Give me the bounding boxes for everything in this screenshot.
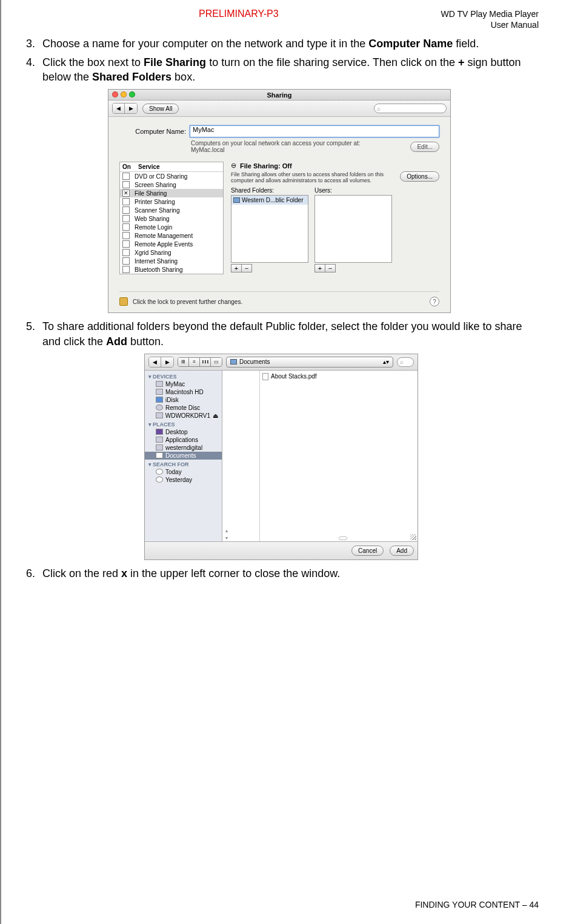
on-col-header: On	[122, 163, 138, 170]
list-view-button[interactable]: ≡	[189, 358, 200, 366]
sidebar-item-documents[interactable]: Documents	[145, 452, 222, 460]
show-all-button[interactable]: Show All	[142, 104, 179, 114]
service-row[interactable]: Screen Sharing	[120, 180, 223, 189]
clock-icon	[156, 477, 163, 483]
minimize-icon[interactable]	[121, 91, 127, 97]
forward-button[interactable]: ▶	[125, 104, 137, 113]
computer-name-input[interactable]: MyMac	[190, 125, 439, 137]
view-switcher: ⊞ ≡ ⫿⫿⫿ ▭	[178, 357, 222, 367]
search-input[interactable]: ⌕	[374, 104, 447, 113]
service-row[interactable]: Remote Login	[120, 223, 223, 231]
add-button[interactable]: Add	[390, 546, 414, 556]
sidebar-item[interactable]: MyMac	[145, 380, 222, 388]
help-icon[interactable]: ?	[430, 297, 439, 306]
lock-text: Click the lock to prevent further change…	[133, 299, 242, 305]
nav-buttons: ◀ ▶	[112, 103, 138, 114]
sidebar-item[interactable]: westerndigital	[145, 444, 222, 452]
zoom-icon[interactable]	[129, 91, 135, 97]
sidebar-item[interactable]: iDisk	[145, 396, 222, 404]
checkbox[interactable]	[122, 266, 130, 273]
checkbox[interactable]	[122, 257, 130, 265]
sidebar-item[interactable]: Macintosh HD	[145, 388, 222, 396]
add-folder-button[interactable]: +	[231, 264, 242, 272]
service-row[interactable]: Xgrid Sharing	[120, 248, 223, 257]
add-user-button[interactable]: +	[314, 264, 325, 272]
list-item[interactable]: About Stacks.pdf	[262, 373, 415, 380]
remove-folder-button[interactable]: −	[241, 264, 252, 272]
service-row[interactable]: Web Sharing	[120, 214, 223, 223]
step-6: 6. Click on the red x in the upper left …	[23, 566, 539, 581]
sidebar-item[interactable]: Remote Disc	[145, 404, 222, 412]
t: +	[458, 56, 465, 68]
service-row[interactable]: DVD or CD Sharing	[120, 172, 223, 180]
doc-title-line2: User Manual	[441, 19, 539, 30]
step-text: Click the box next to File Sharing to tu…	[42, 55, 539, 85]
t: Desktop	[165, 429, 188, 435]
applications-icon	[156, 437, 163, 443]
t: Documents	[165, 452, 196, 459]
service-row[interactable]: Remote Apple Events	[120, 240, 223, 248]
t: MyMac.local	[191, 147, 225, 153]
checkbox[interactable]	[122, 173, 130, 180]
back-button[interactable]: ◀	[113, 104, 125, 113]
dialog-buttons: Cancel Add	[145, 541, 418, 559]
finder-toolbar: ◀ ▶ ⊞ ≡ ⫿⫿⫿ ▭ Documents ▴▾ ⌕	[145, 354, 418, 371]
sidebar-item[interactable]: Today	[145, 468, 222, 476]
scroll-up-icon[interactable]: ▴	[222, 528, 231, 534]
service-row[interactable]: Printer Sharing	[120, 197, 223, 206]
sidebar-section-devices: ▾DEVICES	[145, 372, 222, 380]
drive-icon	[156, 412, 163, 418]
column-view-button[interactable]: ⫿⫿⫿	[200, 358, 211, 366]
shared-folders-list[interactable]: Western D...blic Folder	[231, 195, 308, 263]
checkbox[interactable]	[122, 215, 130, 222]
disclosure-icon[interactable]: ▾	[148, 461, 151, 467]
sidebar-item[interactable]: Applications	[145, 436, 222, 444]
remove-user-button[interactable]: −	[325, 264, 336, 272]
service-label: Remote Apple Events	[135, 241, 193, 248]
service-row[interactable]: Scanner Sharing	[120, 206, 223, 214]
t: Applications	[165, 437, 198, 443]
service-label: Bluetooth Sharing	[135, 266, 183, 273]
path-dropdown[interactable]: Documents ▴▾	[226, 357, 393, 368]
icon-view-button[interactable]: ⊞	[178, 358, 189, 366]
resize-handle-icon[interactable]	[410, 534, 416, 540]
checkbox[interactable]	[122, 240, 130, 248]
sidebar-item[interactable]: Yesterday	[145, 476, 222, 484]
checkbox[interactable]	[122, 232, 130, 239]
lock-icon[interactable]	[119, 297, 128, 306]
checkbox[interactable]	[122, 223, 130, 231]
scroll-down-icon[interactable]: ▾	[222, 535, 231, 541]
eject-icon[interactable]: ⏏	[213, 412, 218, 419]
checkbox[interactable]	[122, 198, 130, 205]
service-row[interactable]: Internet Sharing	[120, 257, 223, 265]
service-label: Internet Sharing	[135, 258, 178, 265]
disclosure-icon[interactable]: ▾	[148, 374, 151, 380]
file-sharing-status: File Sharing: Off	[240, 162, 292, 170]
options-button[interactable]: Options...	[400, 171, 439, 182]
cancel-button[interactable]: Cancel	[351, 546, 384, 556]
close-icon[interactable]	[112, 91, 118, 97]
list-item[interactable]: Western D...blic Folder	[231, 196, 308, 205]
sidebar-item[interactable]: WDWORKDRV1 ⏏	[145, 412, 222, 420]
edit-button[interactable]: Edit...	[410, 142, 439, 152]
service-label: Web Sharing	[135, 216, 170, 222]
users-list[interactable]	[314, 195, 392, 263]
checkbox[interactable]	[122, 181, 130, 188]
disclosure-icon[interactable]: ▾	[148, 421, 151, 427]
service-row[interactable]: ✕File Sharing	[120, 189, 223, 197]
service-row[interactable]: Remote Management	[120, 231, 223, 240]
t: Add	[106, 335, 127, 348]
checkbox[interactable]: ✕	[122, 190, 130, 197]
coverflow-view-button[interactable]: ▭	[211, 358, 222, 366]
checkbox[interactable]	[122, 206, 130, 214]
sidebar-item[interactable]: Desktop	[145, 428, 222, 436]
back-button[interactable]: ◀	[149, 357, 161, 367]
column-handle-icon[interactable]	[339, 536, 347, 540]
checkbox[interactable]	[122, 249, 130, 256]
search-input[interactable]: ⌕	[397, 357, 414, 367]
file-label: About Stacks.pdf	[271, 373, 317, 380]
service-row[interactable]: Bluetooth Sharing	[120, 265, 223, 274]
t: Click the box next to	[42, 56, 144, 68]
window-titlebar: Sharing	[108, 90, 450, 101]
forward-button[interactable]: ▶	[161, 357, 173, 367]
